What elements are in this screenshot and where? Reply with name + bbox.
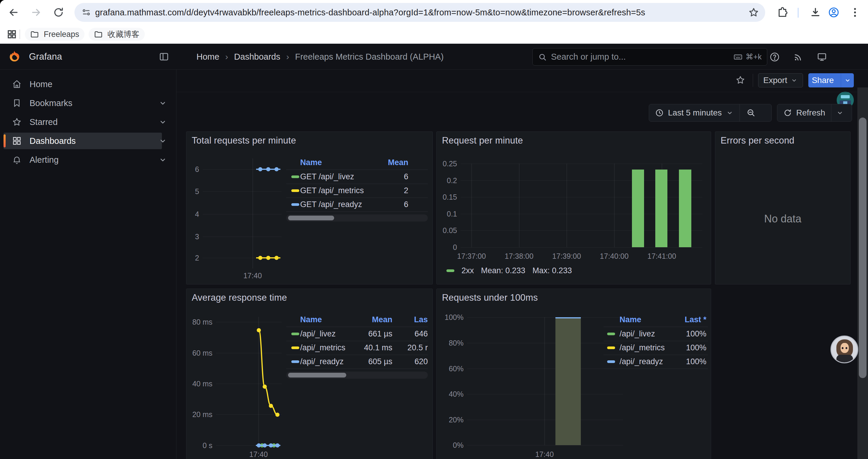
bookmark-item[interactable]: 收藏博客 xyxy=(89,28,145,41)
bookmark-icon xyxy=(12,98,22,108)
legend-cell: 620 xyxy=(286,357,428,366)
legend-scrollbar-thumb[interactable] xyxy=(288,373,346,378)
series-point xyxy=(257,444,261,448)
menu-kebab-icon[interactable] xyxy=(849,6,861,18)
legend-row[interactable]: GET /api/_livez6 xyxy=(286,170,428,184)
grafana-header: Grafana Home›Dashboards›Freeleaps Metric… xyxy=(0,44,868,70)
time-range-picker[interactable]: Last 5 minutes xyxy=(649,104,740,121)
legend-inline[interactable]: 2xxMean: 0.233Max: 0.233 xyxy=(446,266,572,275)
subheader-divider xyxy=(753,74,753,87)
y-tick-label: 0.1 xyxy=(436,209,457,218)
sidebar-item-home[interactable]: Home xyxy=(4,76,162,93)
share-menu-button[interactable] xyxy=(841,73,854,88)
bookmarks-divider xyxy=(20,30,20,39)
legend-row[interactable]: /api/_readyz605 µs620 xyxy=(286,355,428,369)
legend-cell: 100% xyxy=(603,342,706,353)
search-box[interactable]: ⌘+k xyxy=(532,48,767,66)
page-scrollbar-thumb[interactable] xyxy=(859,118,867,378)
zoom-out-button[interactable] xyxy=(740,104,762,121)
share-button[interactable]: Share xyxy=(808,73,854,88)
series-point xyxy=(258,167,262,171)
search-input[interactable] xyxy=(551,52,733,62)
legend-row[interactable]: /api/_livez100% xyxy=(603,327,708,341)
extensions-icon[interactable] xyxy=(776,6,788,18)
brand-label[interactable]: Grafana xyxy=(29,52,62,62)
gridline-horizontal xyxy=(467,317,623,318)
series-point xyxy=(269,404,273,408)
help-icon[interactable] xyxy=(769,52,780,62)
grafana-logo-icon xyxy=(8,50,21,64)
chart-bar xyxy=(655,169,668,247)
series-point xyxy=(275,256,279,260)
breadcrumb-item[interactable]: Dashboards xyxy=(234,52,280,62)
export-button[interactable]: Export xyxy=(758,73,803,88)
legend-series-chip xyxy=(446,269,454,272)
gridline-horizontal xyxy=(461,247,702,248)
reload-icon[interactable] xyxy=(53,6,64,18)
legend-cell: 20.5 r xyxy=(286,342,428,353)
legend-row[interactable]: GET /api/_metrics2 xyxy=(286,184,428,198)
legend-row[interactable]: /api/_metrics40.1 ms20.5 r xyxy=(286,341,428,355)
legend-cell: 100% xyxy=(603,329,706,339)
panel-title[interactable]: Errors per second xyxy=(720,135,795,146)
breadcrumb-item[interactable]: Home xyxy=(196,52,219,62)
url-bar[interactable]: grafana.mathmast.com/d/deytv4rwavabkb/fr… xyxy=(74,3,765,22)
gridline-horizontal xyxy=(467,343,623,343)
bookmark-star-icon[interactable] xyxy=(748,7,759,18)
legend-row[interactable]: GET /api/_readyz6 xyxy=(286,198,428,211)
legend-stat: 2xx xyxy=(462,266,474,275)
panel-title[interactable]: Requests under 100ms xyxy=(442,292,538,303)
favorite-star-icon[interactable] xyxy=(735,75,745,85)
refresh-interval-button[interactable] xyxy=(831,104,848,121)
sidebar-item-starred[interactable]: Starred xyxy=(4,114,162,130)
chevron-down-icon[interactable] xyxy=(158,136,167,145)
legend-row[interactable]: /api/_readyz100% xyxy=(603,355,708,369)
chevron-down-icon xyxy=(790,77,798,84)
chevron-down-icon xyxy=(844,77,851,84)
refresh-button[interactable]: Refresh xyxy=(777,104,831,121)
series-point xyxy=(269,444,273,448)
gridline-vertical xyxy=(545,317,545,445)
legend-row[interactable]: /api/_metrics100% xyxy=(603,341,708,355)
legend-column-header[interactable]: Las xyxy=(286,315,428,325)
gridline-horizontal xyxy=(467,394,623,394)
legend-column-header[interactable]: Mean xyxy=(286,157,408,167)
chevron-down-icon[interactable] xyxy=(158,118,167,126)
panel-title[interactable]: Request per minute xyxy=(442,135,523,146)
breadcrumb-separator: › xyxy=(286,52,289,62)
breadcrumb: Home›Dashboards›Freeleaps Metrics Dashbo… xyxy=(196,44,444,70)
news-rss-icon[interactable] xyxy=(793,52,804,62)
bell-icon xyxy=(12,155,22,165)
bookmark-item[interactable]: Freeleaps xyxy=(25,28,85,41)
downloads-icon[interactable] xyxy=(809,6,821,18)
legend-column-header[interactable]: Last * xyxy=(603,315,706,325)
kiosk-monitor-icon[interactable] xyxy=(816,52,827,62)
panel-2: Errors per secondNo data xyxy=(715,131,850,285)
legend-cell: 2 xyxy=(286,186,408,196)
forward-icon[interactable] xyxy=(30,6,42,18)
legend-scrollbar-thumb[interactable] xyxy=(288,216,334,220)
home-icon xyxy=(12,79,22,89)
series-point xyxy=(275,167,279,171)
site-info-icon[interactable] xyxy=(81,7,92,18)
profile-icon[interactable] xyxy=(828,6,840,18)
legend-cell: 6 xyxy=(286,199,408,209)
dashboard-subheader: Export Share xyxy=(176,70,868,92)
sidebar-item-alerting[interactable]: Alerting xyxy=(4,152,162,168)
legend-cell: 646 xyxy=(286,329,428,339)
chevron-down-icon[interactable] xyxy=(158,155,167,164)
chevron-down-icon[interactable] xyxy=(158,99,167,107)
legend-cell: 6 xyxy=(286,172,408,182)
url-text[interactable]: grafana.mathmast.com/d/deytv4rwavabkb/fr… xyxy=(95,8,645,18)
y-tick-label: 0.15 xyxy=(436,193,457,201)
folder-icon xyxy=(94,30,103,39)
gridline-horizontal xyxy=(467,445,623,446)
back-icon[interactable] xyxy=(8,6,20,18)
assistant-avatar[interactable] xyxy=(831,335,858,363)
dock-sidebar-icon[interactable] xyxy=(158,51,169,62)
sidebar-item-bookmarks[interactable]: Bookmarks xyxy=(4,95,162,111)
sidebar-item-dashboards[interactable]: Dashboards xyxy=(4,133,162,149)
apps-grid-icon[interactable] xyxy=(6,29,17,40)
chevron-down-icon xyxy=(836,109,844,117)
legend-row[interactable]: /api/_livez661 µs646 xyxy=(286,327,428,341)
